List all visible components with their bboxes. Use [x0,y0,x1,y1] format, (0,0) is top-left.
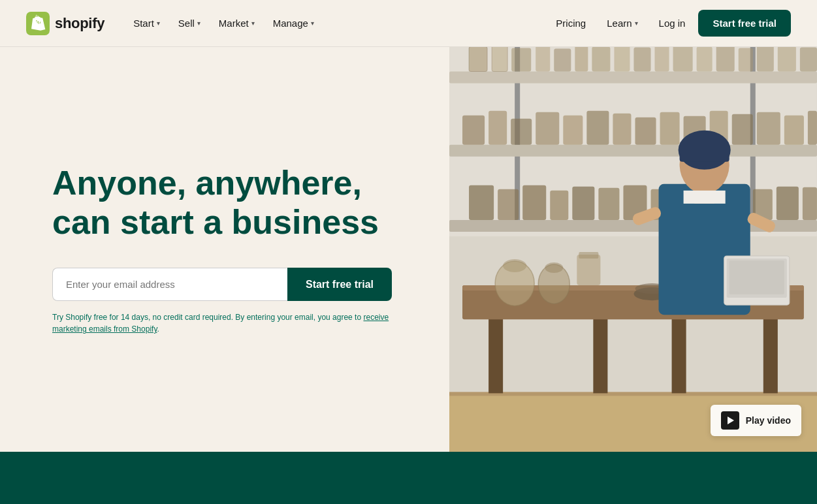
hero-section: Anyone, anywhere, can start a business S… [0,47,817,452]
hero-headline: Anyone, anywhere, can start a business [52,164,392,242]
nav-right-items: Pricing Learn ▾ Log in Start free trial [548,10,791,37]
nav-start[interactable]: Start ▾ [125,12,168,34]
email-input[interactable] [52,268,287,301]
play-triangle-icon [728,417,734,424]
footer-band [0,452,817,504]
chevron-down-icon: ▾ [197,20,200,27]
hero-image-area: Play video [449,47,817,452]
play-icon [721,411,739,430]
hero-form: Start free trial [52,268,392,301]
hero-left: Anyone, anywhere, can start a business S… [0,47,449,452]
shopify-logo-icon [26,12,50,35]
chevron-down-icon: ▾ [157,20,160,27]
logo-link[interactable]: shopify [26,12,104,35]
chevron-down-icon: ▾ [635,20,638,27]
chevron-down-icon: ▾ [251,20,255,27]
hero-illustration [449,47,817,452]
svg-rect-83 [449,47,817,452]
hero-photo-container: Play video [449,47,817,452]
brand-name: shopify [55,15,104,32]
nav-pricing[interactable]: Pricing [548,12,594,34]
hero-disclaimer: Try Shopify free for 14 days, no credit … [52,311,392,335]
play-video-button[interactable]: Play video [711,405,801,436]
nav-trial-button[interactable]: Start free trial [698,10,791,37]
nav-market[interactable]: Market ▾ [211,12,263,34]
svg-rect-0 [26,12,50,35]
chevron-down-icon: ▾ [311,20,314,27]
nav-learn[interactable]: Learn ▾ [599,12,645,34]
nav-login[interactable]: Log in [651,12,694,34]
nav-sell[interactable]: Sell ▾ [170,12,208,34]
navbar: shopify Start ▾ Sell ▾ Market ▾ Manage ▾… [0,0,817,47]
hero-trial-button[interactable]: Start free trial [287,268,392,301]
nav-manage[interactable]: Manage ▾ [265,12,322,34]
nav-left-items: Start ▾ Sell ▾ Market ▾ Manage ▾ [125,12,548,34]
